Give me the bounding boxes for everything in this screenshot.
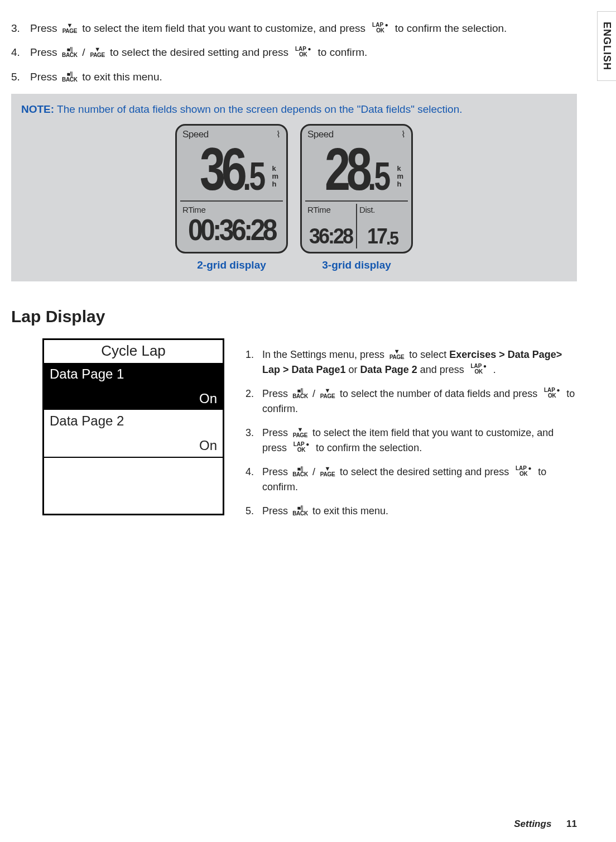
device-screen-3grid: Speed ⌇ 28.5 kmh RTime 36:28 — [300, 124, 413, 253]
screen-2grid-col: Speed ⌇ 36.5 kmh RTime 00:36:28 — [175, 124, 288, 271]
t: to confirm the selection. — [316, 442, 422, 453]
speed-dec: .5 — [368, 155, 388, 198]
back-button-icon — [61, 70, 78, 83]
back-button-icon — [61, 46, 78, 58]
screen-3grid-col: Speed ⌇ 28.5 kmh RTime 36:28 — [300, 124, 413, 271]
step-num: 3. — [246, 425, 254, 441]
breadcrumb-path2: Data Page 2 — [360, 364, 417, 375]
row1-status: On — [50, 391, 217, 406]
footer-section: Settings — [514, 819, 551, 829]
step-num: 4. — [246, 465, 254, 480]
unit-kmh: kmh — [272, 165, 278, 188]
row2-status: On — [50, 438, 217, 453]
t: Press — [262, 466, 291, 477]
step-text: to confirm the selection. — [395, 22, 507, 34]
lap-ok-button-icon — [369, 22, 391, 34]
note-box: NOTE: The number of data fields shown on… — [11, 94, 577, 281]
t: Press — [262, 427, 291, 438]
back-button-icon — [292, 465, 309, 477]
signal-icon: ⌇ — [401, 129, 406, 140]
step-3: 3. Press to select the item field that y… — [11, 20, 577, 36]
t: to select the desired setting and press — [340, 466, 512, 477]
slash: / — [82, 46, 85, 58]
speed-value: 36.5 — [200, 135, 264, 204]
step-4: 4. Press / to select the desired setting… — [11, 44, 577, 60]
cycle-row-1[interactable]: Data Page 1 On — [44, 363, 223, 410]
screens-row: Speed ⌇ 36.5 kmh RTime 00:36:28 — [21, 124, 567, 271]
t: Press — [262, 505, 291, 516]
lap-ok-button-icon — [541, 387, 562, 399]
device-screen-2grid: Speed ⌇ 36.5 kmh RTime 00:36:28 — [175, 124, 288, 253]
top-steps-list: 3. Press to select the item field that y… — [11, 20, 577, 85]
page-button-icon — [319, 465, 336, 477]
note-body: The number of data fields shown on the s… — [57, 103, 462, 115]
lap-step-1: 1. In the Settings menu, press to select… — [246, 347, 577, 377]
step-num: 5. — [246, 504, 254, 519]
caption-3grid: 3-grid display — [322, 259, 391, 271]
t: to exit this menu. — [312, 505, 388, 516]
speed-dec: .5 — [243, 155, 263, 198]
cycle-row-2[interactable]: Data Page 2 On — [44, 410, 223, 458]
page-button-icon — [292, 426, 309, 438]
page-button-icon — [61, 22, 78, 34]
row2-label: Data Page 2 — [50, 413, 124, 428]
dist-int: 17 — [367, 223, 386, 249]
step-num: 4. — [11, 44, 20, 60]
step-5: 5. Press to exit this menu. — [11, 69, 577, 85]
t: In the Settings menu, press — [262, 349, 387, 360]
speed-value: 28.5 — [325, 135, 389, 204]
rtime-value: 36:28 — [307, 213, 354, 249]
step-num: 5. — [11, 69, 20, 85]
lap-steps-list: 1. In the Settings menu, press to select… — [246, 347, 577, 528]
step-text: to select the item field that you want t… — [82, 22, 368, 34]
row1-label: Data Page 1 — [50, 366, 124, 381]
step-text: to exit this menu. — [82, 71, 162, 83]
panel-spacer — [44, 458, 223, 514]
dist-dec: .5 — [386, 228, 398, 248]
t: to select the number of data fields and … — [340, 388, 540, 399]
lap-step-2: 2. Press / to select the number of data … — [246, 386, 577, 417]
page-button-icon — [89, 46, 106, 58]
rtime-value: 00:36:28 — [182, 213, 281, 247]
lap-step-4: 4. Press / to select the desired setting… — [246, 465, 577, 495]
unit-kmh: kmh — [397, 165, 403, 188]
back-button-icon — [292, 504, 309, 516]
lap-section: Cycle Lap Data Page 1 On Data Page 2 On … — [11, 338, 577, 537]
step-text: to select the desired setting and press — [110, 46, 291, 58]
page-footer: Settings 11 — [514, 819, 577, 830]
page-button-icon — [319, 387, 336, 399]
step-text: to confirm. — [318, 46, 368, 58]
language-tab: ENGLISH — [597, 11, 616, 81]
step-text: Press — [30, 71, 60, 83]
step-text: Press — [30, 46, 60, 58]
lap-display-heading: Lap Display — [11, 307, 577, 326]
speed-int: 28 — [325, 136, 368, 203]
note-label: NOTE: — [21, 103, 54, 115]
lap-ok-button-icon — [468, 363, 489, 375]
page-root: ENGLISH 3. Press to select the item fiel… — [0, 0, 616, 842]
step-num: 1. — [246, 347, 254, 362]
t: to select — [409, 349, 449, 360]
lap-step-3: 3. Press to select the item field that y… — [246, 425, 577, 456]
slash: / — [312, 388, 315, 399]
back-button-icon — [292, 387, 309, 399]
step-text: Press — [30, 22, 60, 34]
dist-value: 17.5 — [359, 213, 406, 249]
cycle-lap-panel: Cycle Lap Data Page 1 On Data Page 2 On — [42, 338, 224, 515]
lap-step-5: 5. Press to exit this menu. — [246, 504, 577, 519]
caption-2grid: 2-grid display — [197, 259, 266, 271]
page-button-icon — [388, 348, 405, 360]
footer-pagenum: 11 — [566, 819, 577, 829]
lap-ok-button-icon — [291, 442, 312, 453]
note-text: NOTE: The number of data fields shown on… — [21, 102, 567, 117]
speed-int: 36 — [200, 136, 243, 203]
step-num: 2. — [246, 386, 254, 401]
lap-ok-button-icon — [513, 466, 534, 477]
lap-ok-button-icon — [292, 46, 314, 58]
cycle-lap-title: Cycle Lap — [44, 340, 223, 363]
t: or — [349, 364, 360, 375]
slash: / — [312, 466, 315, 477]
step-num: 3. — [11, 20, 20, 36]
t: and press — [420, 364, 467, 375]
t: Press — [262, 388, 291, 399]
